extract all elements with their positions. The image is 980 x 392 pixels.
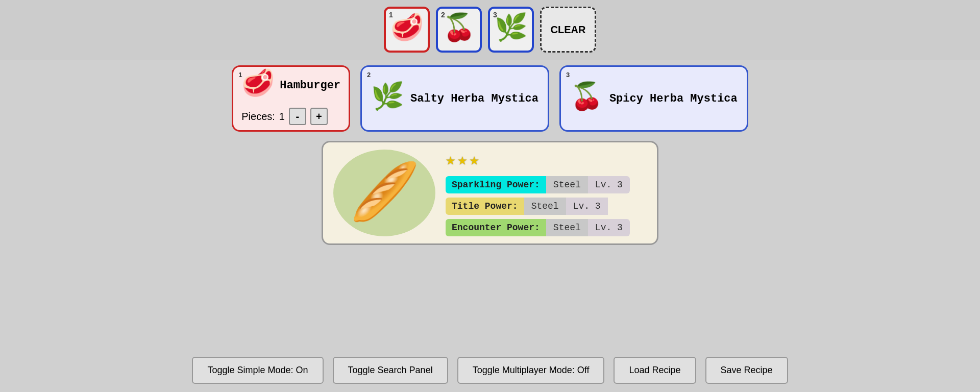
toggle-search-panel-button[interactable]: Toggle Search Panel [333, 357, 448, 384]
sparkling-power-row: Sparkling Power: Steel Lv. 3 [446, 176, 630, 193]
card-2-number: 2 [367, 71, 371, 79]
sparkling-power-level: Lv. 3 [588, 176, 630, 193]
pieces-label: Pieces: [241, 111, 275, 122]
hamburger-icon: 🥩 [241, 72, 275, 99]
sparkling-power-label: Sparkling Power: [446, 176, 546, 193]
slot-1-number: 1 [389, 11, 393, 19]
pieces-row: Pieces: 1 - + [241, 108, 328, 125]
title-power-label: Title Power: [446, 198, 524, 215]
ingredient-card-2: 2 🌿 Salty Herba Mystica [360, 65, 549, 132]
encounter-power-label: Encounter Power: [446, 219, 546, 236]
slot-1-icon[interactable]: 1 🥩 [384, 7, 430, 53]
card-3-name: Spicy Herba Mystica [609, 92, 738, 105]
spicy-herba-icon: 🍒 [570, 85, 603, 112]
result-details: ★ ★ ★ Sparkling Power: Steel Lv. 3 Title… [446, 150, 630, 236]
pieces-value: 1 [279, 111, 285, 122]
slot-3-number: 3 [493, 11, 497, 19]
card-1-top: 🥩 Hamburger [241, 72, 340, 99]
pieces-plus-button[interactable]: + [310, 108, 328, 125]
slot-2-number: 2 [441, 11, 445, 19]
card-1-name: Hamburger [280, 79, 340, 92]
result-section: 🥖 ★ ★ ★ Sparkling Power: Steel Lv. 3 Tit… [0, 138, 980, 250]
encounter-power-row: Encounter Power: Steel Lv. 3 [446, 219, 630, 236]
ingredient-card-1: 1 🥩 Hamburger Pieces: 1 - + [232, 65, 350, 132]
stars-row: ★ ★ ★ [446, 150, 630, 170]
salty-herba-icon: 🌿 [371, 85, 404, 112]
slot-1-emoji: 🥩 [388, 11, 426, 48]
top-bar: 1 🥩 2 🍒 3 🌿 CLEAR [0, 0, 980, 60]
slot-3-emoji: 🌿 [492, 11, 530, 48]
star-1: ★ [446, 150, 455, 170]
card-1-number: 1 [238, 71, 242, 79]
sparkling-power-type: Steel [546, 176, 588, 193]
slot-2-icon[interactable]: 2 🍒 [436, 7, 482, 53]
title-power-level: Lv. 3 [566, 198, 608, 215]
card-2-name: Salty Herba Mystica [410, 92, 538, 105]
ingredient-cards-row: 1 🥩 Hamburger Pieces: 1 - + 2 🌿 Salty He… [0, 60, 980, 138]
slot-3-icon[interactable]: 3 🌿 [488, 7, 534, 53]
star-2: ★ [457, 150, 467, 170]
encounter-power-type: Steel [546, 219, 588, 236]
card-3-number: 3 [566, 71, 570, 79]
title-power-type: Steel [524, 198, 566, 215]
ingredient-card-3: 3 🍒 Spicy Herba Mystica [559, 65, 748, 132]
slot-2-emoji: 🍒 [440, 11, 478, 48]
encounter-power-level: Lv. 3 [588, 219, 630, 236]
bottom-bar: Toggle Simple Mode: On Toggle Search Pan… [0, 349, 980, 392]
sandwich-image: 🥖 [333, 150, 435, 236]
star-3: ★ [470, 150, 479, 170]
save-recipe-button[interactable]: Save Recipe [705, 357, 788, 384]
pieces-minus-button[interactable]: - [289, 108, 306, 125]
result-card: 🥖 ★ ★ ★ Sparkling Power: Steel Lv. 3 Tit… [322, 141, 658, 245]
title-power-row: Title Power: Steel Lv. 3 [446, 198, 630, 215]
load-recipe-button[interactable]: Load Recipe [614, 357, 696, 384]
toggle-multiplayer-mode-button[interactable]: Toggle Multiplayer Mode: Off [457, 357, 605, 384]
clear-button[interactable]: CLEAR [540, 7, 596, 53]
toggle-simple-mode-button[interactable]: Toggle Simple Mode: On [192, 357, 323, 384]
